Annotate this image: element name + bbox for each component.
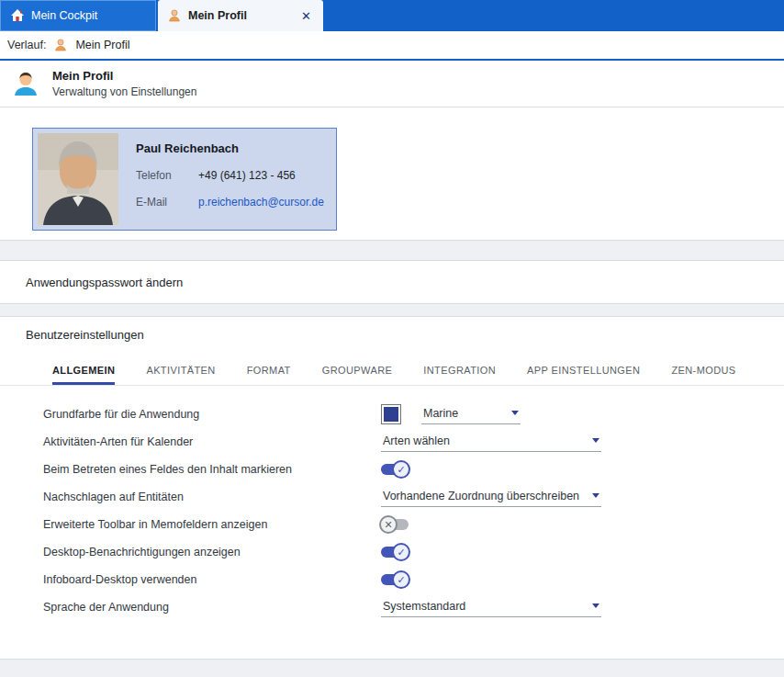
sprache-select[interactable]: Systemstandard	[381, 598, 601, 617]
email-label: E-Mail	[136, 196, 198, 209]
chevron-down-icon	[592, 493, 599, 498]
tab-mein-profil[interactable]: Mein Profil ✕	[158, 0, 323, 31]
check-icon: ✓	[392, 460, 410, 479]
profile-photo	[38, 133, 118, 225]
breadcrumb-label: Verlauf:	[7, 39, 46, 51]
page-header: Mein Profil Verwaltung von Einstellungen	[0, 61, 784, 107]
setting-row-erweiterte-toolbar: Erweiterte Toolbar in Memofeldern anzeig…	[0, 511, 784, 538]
check-icon: ✓	[392, 543, 410, 561]
breadcrumb-item-mein-profil[interactable]: Mein Profil	[75, 39, 129, 51]
page-header-titles: Mein Profil Verwaltung von Einstellungen	[52, 69, 196, 98]
aktivitaeten-arten-select[interactable]: Arten wählen	[381, 433, 601, 452]
profile-avatar-icon	[11, 69, 40, 98]
setting-row-nachschlagen: Nachschlagen auf Entitäten Vorhandene Zu…	[0, 483, 784, 511]
tab-mein-cockpit[interactable]: Mein Cockpit	[0, 0, 156, 31]
tab-app-einstellungen[interactable]: APP EINSTELLUNGEN	[527, 357, 640, 385]
color-swatch[interactable]	[381, 404, 401, 424]
person-icon	[53, 38, 68, 52]
person-icon	[167, 8, 182, 23]
profile-card[interactable]: Paul Reichenbach Telefon +49 (641) 123 -…	[32, 128, 337, 231]
breadcrumb: Verlauf: Mein Profil	[0, 31, 784, 61]
chevron-down-icon	[511, 411, 519, 415]
section-user-settings: Benutzereinstellungen ALLGEMEIN AKTIVITÄ…	[0, 316, 784, 660]
check-icon: ✓	[392, 570, 410, 589]
desktop-benachrichtigungen-toggle[interactable]: ✓	[381, 545, 409, 559]
settings-rows: Grundfarbe für die Anwendung Marine Akti…	[0, 401, 784, 621]
tab-label: Mein Cockpit	[31, 9, 97, 22]
chevron-down-icon	[592, 604, 599, 608]
home-icon	[10, 8, 25, 23]
tab-aktivitaeten[interactable]: AKTIVITÄTEN	[146, 357, 215, 385]
nachschlagen-select[interactable]: Vorhandene Zuordnung überschreiben	[381, 488, 601, 507]
page-subtitle: Verwaltung von Einstellungen	[52, 85, 196, 98]
tab-format[interactable]: FORMAT	[247, 357, 291, 385]
setting-row-desktop-benachrichtigungen: Desktop-Benachrichtigungen anzeigen ✓	[0, 538, 784, 566]
setting-row-inhalt-markieren: Beim Betreten eines Feldes den Inhalt ma…	[0, 456, 784, 483]
settings-tabs: ALLGEMEIN AKTIVITÄTEN FORMAT GROUPWARE I…	[0, 357, 784, 386]
profile-name: Paul Reichenbach	[136, 141, 324, 155]
grundfarbe-select[interactable]: Marine	[421, 405, 521, 424]
setting-row-sprache: Sprache der Anwendung Systemstandard	[0, 593, 784, 621]
browser-tab-bar: Mein Cockpit Mein Profil ✕	[0, 0, 784, 31]
email-link[interactable]: p.reichenbach@cursor.de	[198, 196, 324, 209]
tab-allgemein[interactable]: ALLGEMEIN	[52, 357, 115, 385]
infoboard-desktop-toggle[interactable]: ✓	[381, 572, 409, 587]
email-row: E-Mail p.reichenbach@cursor.de	[136, 196, 324, 209]
chevron-down-icon	[592, 438, 599, 443]
settings-section-title: Benutzereinstellungen	[0, 328, 784, 354]
page-title: Mein Profil	[52, 69, 196, 83]
erweiterte-toolbar-toggle[interactable]: ✕	[381, 517, 409, 532]
panel-gap	[0, 304, 784, 316]
profile-card-panel: Paul Reichenbach Telefon +49 (641) 123 -…	[0, 107, 784, 241]
panel-gap	[0, 241, 784, 260]
close-icon: ✕	[379, 515, 398, 534]
phone-label: Telefon	[136, 169, 198, 182]
setting-row-infoboard-desktop: Infoboard-Desktop verwenden ✓	[0, 566, 784, 593]
inhalt-markieren-toggle[interactable]: ✓	[381, 462, 409, 477]
tab-label: Mein Profil	[188, 9, 247, 22]
setting-row-grundfarbe: Grundfarbe für die Anwendung Marine	[0, 401, 784, 428]
tab-groupware[interactable]: GROUPWARE	[322, 357, 393, 385]
close-icon[interactable]: ✕	[298, 8, 314, 24]
phone-row: Telefon +49 (641) 123 - 456	[136, 169, 324, 182]
profile-card-text: Paul Reichenbach Telefon +49 (641) 123 -…	[136, 129, 324, 230]
setting-row-aktivitaeten-arten: Aktivitäten-Arten für Kalender Arten wäh…	[0, 428, 784, 456]
section-password-change[interactable]: Anwendungspasswort ändern	[0, 260, 784, 304]
tab-zen-modus[interactable]: ZEN-MODUS	[671, 357, 735, 385]
phone-value: +49 (641) 123 - 456	[198, 169, 296, 182]
tab-integration[interactable]: INTEGRATION	[423, 357, 496, 385]
password-section-title: Anwendungspasswort ändern	[26, 276, 183, 289]
